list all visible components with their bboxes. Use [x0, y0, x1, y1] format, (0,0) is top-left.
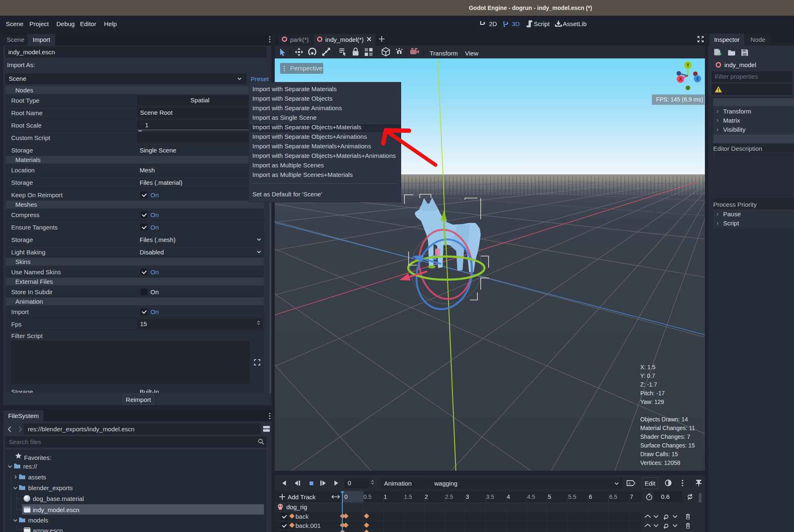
svg-text:A: A: [628, 481, 631, 486]
svg-text:X: X: [679, 77, 682, 82]
svg-text:Z: Z: [696, 76, 699, 81]
svg-text:Y: Y: [686, 63, 690, 68]
